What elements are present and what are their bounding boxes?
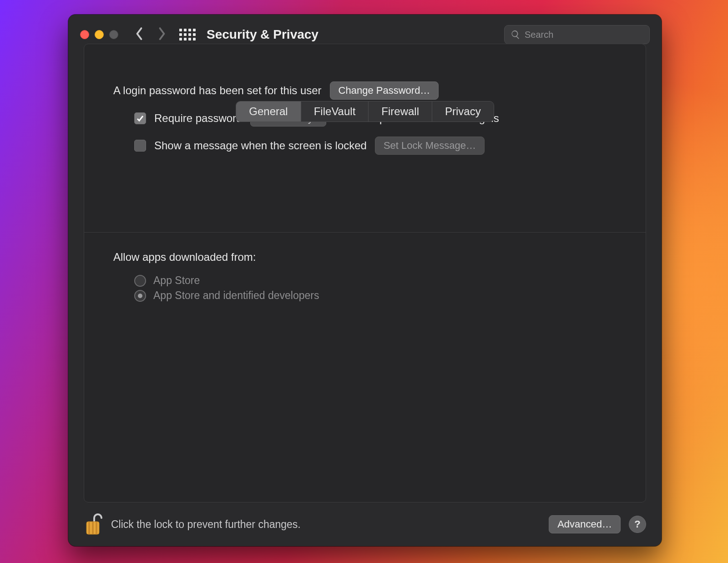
change-password-button[interactable]: Change Password…: [330, 81, 439, 100]
tab-filevault[interactable]: FileVault: [301, 101, 369, 122]
show-all-prefs-icon[interactable]: [179, 29, 196, 41]
login-password-label: A login password has been set for this u…: [113, 84, 322, 97]
window-footer: Click the lock to prevent further change…: [68, 502, 662, 546]
allow-identified-row: App Store and identified developers: [134, 289, 617, 302]
show-lock-message-checkbox[interactable]: [134, 140, 146, 152]
allow-app-store-row: App Store: [134, 274, 617, 287]
lock-toggle[interactable]: [84, 512, 103, 536]
search-input[interactable]: [504, 25, 650, 44]
search-field-wrap: [504, 25, 650, 44]
login-password-row: A login password has been set for this u…: [113, 81, 617, 100]
tab-bar: General FileVault Firewall Privacy: [68, 101, 662, 122]
close-window-button[interactable]: [80, 30, 89, 39]
show-lock-message-row: Show a message when the screen is locked…: [113, 137, 617, 155]
svg-rect-2: [92, 522, 94, 534]
show-lock-message-label: Show a message when the screen is locked: [154, 139, 367, 152]
lock-label: Click the lock to prevent further change…: [111, 518, 301, 531]
zoom-window-button: [109, 30, 118, 39]
forward-button: [157, 27, 167, 42]
search-icon: [511, 30, 521, 40]
minimize-window-button[interactable]: [95, 30, 104, 39]
tab-firewall[interactable]: Firewall: [369, 101, 432, 122]
svg-rect-3: [96, 522, 97, 534]
allow-identified-radio[interactable]: [134, 290, 146, 302]
section-divider: [84, 232, 646, 233]
window-title: Security & Privacy: [207, 27, 318, 42]
allow-apps-title: Allow apps downloaded from:: [113, 251, 617, 264]
allow-identified-label: App Store and identified developers: [153, 289, 319, 302]
back-button[interactable]: [135, 27, 144, 42]
window-body: A login password has been set for this u…: [68, 55, 662, 502]
tab-privacy[interactable]: Privacy: [432, 101, 494, 122]
tab-general[interactable]: General: [236, 101, 301, 122]
set-lock-message-button[interactable]: Set Lock Message…: [375, 137, 485, 155]
window-controls: [80, 30, 118, 39]
allow-app-store-radio[interactable]: [134, 275, 146, 287]
system-preferences-window: Security & Privacy A login password has …: [68, 15, 662, 546]
nav-buttons: [135, 27, 167, 42]
svg-rect-1: [88, 522, 90, 534]
advanced-button[interactable]: Advanced…: [549, 515, 621, 533]
desktop-wallpaper: Security & Privacy A login password has …: [0, 0, 728, 563]
unlock-icon: [84, 512, 103, 536]
help-button[interactable]: ?: [629, 516, 646, 533]
allow-app-store-label: App Store: [153, 274, 200, 287]
